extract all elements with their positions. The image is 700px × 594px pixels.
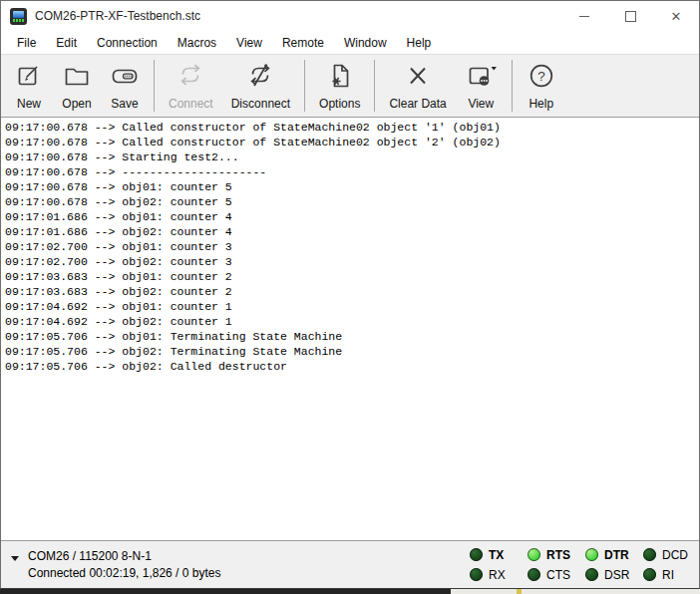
app-window: COM26-PTR-XF-Testbench.stc ✕ FileEditCon… (0, 0, 700, 589)
indicator-label: DCD (662, 548, 688, 562)
toolbar-button-label: Options (319, 97, 360, 111)
minimize-button[interactable] (561, 1, 607, 31)
terminal-line: 09:17:00.678 --> obj02: counter 5 (5, 194, 699, 209)
terminal-line: 09:17:02.700 --> obj02: counter 3 (5, 254, 699, 269)
clear-data-button[interactable]: Clear Data (380, 58, 455, 114)
terminal-line: 09:17:01.686 --> obj01: counter 4 (5, 209, 699, 224)
maximize-button[interactable] (607, 1, 653, 31)
terminal-line: 09:17:00.678 --> obj01: counter 5 (5, 179, 699, 194)
indicator-label: RX (489, 568, 506, 582)
help-icon: ? (526, 61, 556, 95)
toolbar-separator (374, 60, 375, 112)
close-icon: ✕ (671, 10, 682, 23)
toolbar-separator (154, 60, 155, 112)
indicator-dcd: DCD (643, 548, 688, 562)
toolbar-button-label: Help (528, 97, 553, 111)
tx-led-icon (470, 548, 483, 561)
maximize-icon (625, 11, 636, 22)
toolbar-button-label: New (17, 97, 41, 111)
menu-remote[interactable]: Remote (272, 33, 334, 53)
connect-icon (175, 61, 205, 95)
view-icon (465, 61, 498, 95)
background-light-strip (451, 589, 700, 594)
new-button[interactable]: New (5, 58, 53, 114)
connect-button: Connect (160, 58, 222, 114)
close-button[interactable]: ✕ (653, 1, 699, 31)
toolbar-button-label: Disconnect (231, 97, 290, 111)
indicator-label: TX (489, 548, 504, 562)
indicator-label: DSR (604, 568, 629, 582)
rx-led-icon (470, 568, 483, 581)
ri-led-icon (643, 568, 656, 581)
disconnect-button[interactable]: Disconnect (222, 58, 299, 114)
menu-view[interactable]: View (226, 33, 272, 53)
terminal-line: 09:17:05.706 --> obj01: Terminating Stat… (5, 329, 699, 344)
save-button[interactable]: Save (101, 58, 149, 114)
terminal-line: 09:17:04.692 --> obj01: counter 1 (5, 299, 699, 314)
save-icon (110, 61, 140, 95)
indicator-cts: CTS (527, 568, 572, 582)
status-dropdown-caret-icon[interactable] (11, 556, 19, 565)
indicator-label: DTR (604, 548, 629, 562)
toolbar-button-label: Clear Data (389, 97, 446, 111)
indicator-label: CTS (546, 568, 570, 582)
terminal-output[interactable]: 09:17:00.678 --> Called constructor of S… (1, 118, 699, 540)
svg-text:?: ? (537, 69, 545, 84)
terminal-line: 09:17:05.706 --> obj02: Called destructo… (5, 359, 699, 374)
indicator-rts: RTS (527, 548, 572, 562)
terminal-line: 09:17:05.706 --> obj02: Terminating Stat… (5, 344, 699, 359)
toolbar: New Open Save Connect Disconnect Options… (1, 54, 699, 118)
indicator-label: RI (662, 568, 674, 582)
toolbar-button-label: Connect (169, 97, 213, 111)
options-button[interactable]: Options (310, 58, 369, 114)
connection-status-text: Connected 00:02:19, 1,826 / 0 bytes (28, 566, 220, 580)
open-button[interactable]: Open (53, 58, 101, 114)
menu-macros[interactable]: Macros (168, 33, 226, 53)
menu-connection[interactable]: Connection (87, 33, 168, 53)
view-button[interactable]: View (456, 58, 507, 114)
menu-window[interactable]: Window (334, 33, 397, 53)
toolbar-button-label: Open (62, 97, 91, 111)
terminal-line: 09:17:03.683 --> obj01: counter 2 (5, 269, 699, 284)
signal-indicators: TXRXRTSCTSDTRDSRDCDRI (470, 547, 688, 583)
dtr-led-icon (585, 548, 598, 561)
toolbar-separator (512, 60, 513, 112)
terminal-line: 09:17:00.678 --> Starting test2... (5, 149, 699, 164)
cts-led-icon (527, 568, 540, 581)
help-button[interactable]: ?Help (518, 58, 565, 114)
open-folder-icon (62, 61, 92, 95)
terminal-line: 09:17:00.678 --> Called constructor of S… (5, 120, 699, 135)
minimize-icon (579, 16, 589, 17)
background-window-sliver (0, 589, 700, 594)
terminal-line: 09:17:01.686 --> obj02: counter 4 (5, 224, 699, 239)
toolbar-separator (304, 60, 305, 112)
indicator-ri: RI (643, 568, 688, 582)
menu-edit[interactable]: Edit (46, 33, 87, 53)
menu-bar: FileEditConnectionMacrosViewRemoteWindow… (1, 31, 699, 54)
status-texts: COM26 / 115200 8-N-1 Connected 00:02:19,… (28, 549, 220, 580)
background-dark-strip (0, 589, 451, 594)
disconnect-icon (245, 61, 275, 95)
window-title: COM26-PTR-XF-Testbench.stc (35, 9, 200, 23)
toolbar-button-label: View (468, 97, 494, 111)
options-icon (325, 61, 355, 95)
window-controls: ✕ (561, 1, 699, 31)
screen: COM26-PTR-XF-Testbench.stc ✕ FileEditCon… (0, 0, 700, 594)
indicator-dtr: DTR (585, 548, 630, 562)
rts-led-icon (527, 548, 540, 561)
new-document-icon (14, 61, 44, 95)
port-settings-text: COM26 / 115200 8-N-1 (28, 549, 220, 563)
menu-help[interactable]: Help (397, 33, 442, 53)
terminal-line: 09:17:03.683 --> obj02: counter 2 (5, 284, 699, 299)
indicator-dsr: DSR (585, 568, 630, 582)
terminal-line: 09:17:04.692 --> obj02: counter 1 (5, 314, 699, 329)
app-icon (10, 8, 27, 25)
clear-data-icon (403, 61, 433, 95)
terminal-line: 09:17:00.678 --> --------------------- (5, 164, 699, 179)
terminal-line: 09:17:00.678 --> Called constructor of S… (5, 135, 699, 149)
menu-file[interactable]: File (7, 33, 46, 53)
dsr-led-icon (585, 568, 598, 581)
toolbar-button-label: Save (111, 97, 138, 111)
terminal-line: 09:17:02.700 --> obj01: counter 3 (5, 239, 699, 254)
title-bar: COM26-PTR-XF-Testbench.stc ✕ (1, 1, 699, 31)
